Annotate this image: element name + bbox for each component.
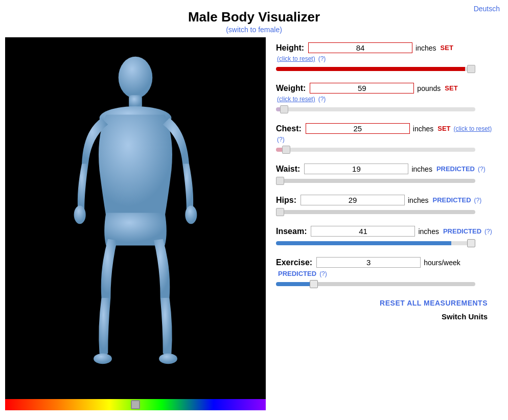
hips-slider-thumb[interactable] [276, 208, 284, 216]
svg-point-3 [74, 206, 86, 224]
hips-help[interactable]: (?) [474, 197, 482, 204]
hips-input[interactable] [301, 195, 405, 205]
color-bar-thumb[interactable] [131, 400, 140, 409]
inseam-label: Inseam: [276, 227, 307, 236]
height-slider-track[interactable] [276, 67, 475, 71]
exercise-help[interactable]: (?) [319, 270, 327, 277]
page-header: Male Body Visualizer (switch to female) [0, 0, 508, 37]
waist-help[interactable]: (?) [478, 166, 486, 173]
weight-input[interactable] [310, 83, 414, 94]
hips-status: PREDICTED [432, 196, 471, 204]
exercise-label: Exercise: [276, 258, 312, 267]
waist-row: Waist: inches PREDICTED (?) [276, 164, 493, 185]
chest-label: Chest: [276, 124, 302, 133]
weight-slider-thumb[interactable] [280, 105, 288, 113]
weight-row: Weight: pounds SET (click to reset) (?) [276, 83, 493, 114]
weight-reset[interactable]: (click to reset) [277, 96, 315, 103]
hips-row: Hips: inches PREDICTED (?) [276, 195, 493, 217]
chest-row: Chest: inches SET (click to reset) (?) [276, 123, 493, 154]
waist-label: Waist: [276, 165, 300, 174]
height-slider-container [276, 64, 493, 74]
weight-slider-container [276, 105, 493, 114]
main-content: Height: inches SET (click to reset) (?) … [0, 37, 508, 410]
height-label: Height: [276, 43, 304, 53]
hips-label: Hips: [276, 196, 296, 205]
exercise-input[interactable] [316, 257, 421, 268]
color-bar[interactable] [5, 399, 266, 410]
chest-unit: inches [413, 125, 433, 133]
waist-unit: inches [411, 165, 432, 173]
height-help[interactable]: (?) [318, 55, 326, 62]
waist-input[interactable] [304, 164, 408, 174]
body-svg [64, 53, 207, 380]
exercise-slider-track[interactable] [276, 282, 475, 286]
waist-slider-thumb[interactable] [276, 177, 284, 185]
height-slider-thumb[interactable] [467, 65, 475, 73]
height-reset[interactable]: (click to reset) [277, 55, 315, 62]
weight-status: SET [445, 84, 457, 92]
height-status: SET [441, 44, 453, 52]
svg-point-4 [185, 206, 197, 224]
waist-slider-container [276, 176, 493, 185]
weight-unit: pounds [417, 84, 441, 92]
chest-slider-track[interactable] [276, 148, 475, 152]
height-unit: inches [415, 44, 436, 52]
weight-label: Weight: [276, 84, 306, 93]
hips-slider-container [276, 207, 493, 217]
svg-point-0 [119, 57, 153, 99]
inseam-unit: inches [418, 227, 438, 236]
inseam-row: Inseam: inches PREDICTED (?) [276, 226, 493, 248]
hips-unit: inches [408, 196, 428, 204]
weight-slider-track[interactable] [276, 107, 475, 111]
chest-status: SET [437, 125, 450, 132]
body-figure [5, 37, 266, 395]
inseam-status: PREDICTED [443, 227, 481, 235]
inseam-slider-thumb[interactable] [467, 239, 475, 247]
chest-slider-container [276, 145, 493, 154]
exercise-unit: hours/week [424, 259, 460, 267]
reset-all-button[interactable]: RESET ALL MEASUREMENTS [276, 299, 488, 307]
svg-point-5 [94, 354, 112, 364]
chest-slider-thumb[interactable] [282, 146, 290, 154]
switch-units-button[interactable]: Switch Units [276, 312, 488, 321]
switch-gender-link[interactable]: (switch to female) [226, 26, 282, 34]
controls-panel: Height: inches SET (click to reset) (?) … [266, 37, 503, 410]
chest-input[interactable] [306, 123, 410, 134]
language-link[interactable]: Deutsch [474, 5, 500, 13]
hips-slider-track[interactable] [276, 210, 475, 214]
inseam-input[interactable] [311, 226, 415, 237]
chest-help[interactable]: (?) [277, 136, 285, 143]
exercise-row: Exercise: hours/week PREDICTED (?) [276, 257, 493, 289]
svg-point-6 [159, 354, 177, 364]
exercise-slider-container [276, 279, 493, 289]
body-visualizer-panel [5, 37, 266, 410]
waist-slider-track[interactable] [276, 179, 475, 183]
weight-help[interactable]: (?) [318, 96, 326, 103]
inseam-slider-track[interactable] [276, 241, 475, 245]
exercise-status: PREDICTED [278, 270, 316, 277]
page-title: Male Body Visualizer [0, 9, 508, 25]
chest-reset[interactable]: (click to reset) [454, 125, 492, 132]
inseam-slider-container [276, 239, 493, 248]
height-input[interactable] [308, 42, 412, 53]
exercise-slider-thumb[interactable] [310, 280, 318, 288]
waist-status: PREDICTED [436, 165, 475, 173]
height-row: Height: inches SET (click to reset) (?) [276, 42, 493, 74]
bottom-actions: RESET ALL MEASUREMENTS Switch Units [276, 299, 493, 321]
inseam-help[interactable]: (?) [484, 228, 492, 235]
